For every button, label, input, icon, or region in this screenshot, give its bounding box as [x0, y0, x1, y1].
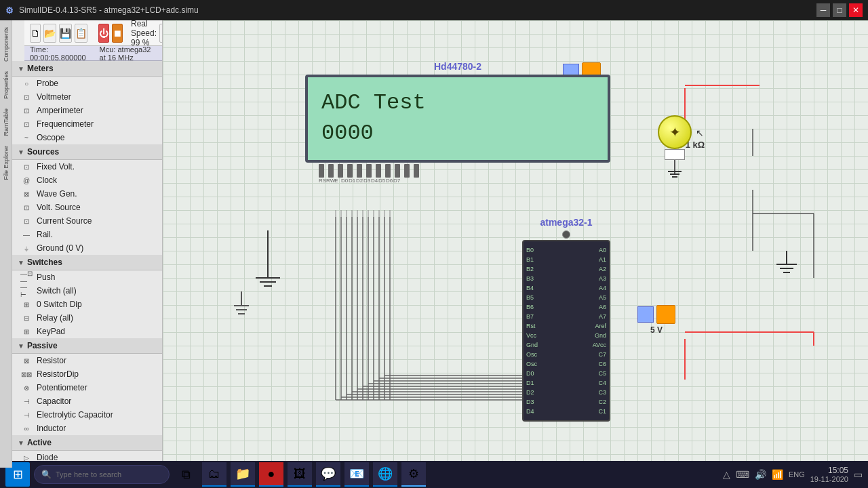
canvas-area[interactable]: 5 V Hd44780-2 ADC Test 0000 — [163, 20, 868, 461]
sidebar-item-ground[interactable]: ⏚ Ground (0 V) — [12, 241, 162, 255]
taskbar-app-red[interactable]: ● — [259, 462, 283, 487]
tab-components[interactable]: Components — [1, 23, 11, 66]
pot-group[interactable]: ✦ ↖ 1 kΩ — [576, 115, 773, 178]
resistor-dip-label: ResistorDip — [37, 369, 79, 379]
clock-date: 19-11-2020 — [810, 475, 848, 483]
speaker-icon[interactable]: 🔊 — [755, 469, 766, 480]
sidebar-item-keypad[interactable]: ⊞ KeyPad — [12, 325, 162, 338]
voltmeter-icon: ⊡ — [20, 92, 33, 102]
sidebar-item-oscope[interactable]: ~ Oscope — [12, 131, 162, 144]
inductor-icon: ∞ — [20, 424, 33, 433]
sidebar-item-current-source[interactable]: ⊡ Current Source — [12, 214, 162, 228]
lcd-pin-3 — [338, 164, 343, 178]
sidebar-item-rail[interactable]: — Rail. — [12, 228, 162, 241]
sidebar-item-push[interactable]: —⊡— Push — [12, 270, 162, 284]
sidebar-item-amperimeter[interactable]: ⊡ Amperimeter — [12, 104, 162, 117]
sidebar-item-electrolytic-cap[interactable]: ⊣ Electrolytic Capacitor — [12, 408, 162, 422]
sidebar-item-potentiometer[interactable]: ⊗ Potentiometer — [12, 381, 162, 394]
electrolytic-cap-icon: ⊣ — [20, 410, 33, 420]
switches-arrow: ▼ — [18, 259, 24, 266]
passive-arrow: ▼ — [18, 342, 24, 350]
taskbar-app-explorer[interactable]: 🗂 — [202, 462, 226, 487]
maximize-button[interactable]: □ — [833, 3, 846, 17]
sidebar-item-switch-all[interactable]: —⊢ Switch (all) — [12, 284, 162, 298]
lcd-pin-2 — [328, 164, 334, 178]
section-sources[interactable]: ▼ Sources — [12, 144, 162, 160]
potentiometer-symbol[interactable]: ✦ — [658, 115, 692, 149]
taskbar-app-task-view[interactable]: ⧉ — [174, 462, 198, 487]
sidebar-item-switch-dip[interactable]: ⊞ 0 Switch Dip — [12, 298, 162, 311]
new-button[interactable]: 🗋 — [30, 24, 41, 43]
sidebar-item-fixed-volt[interactable]: ⊡ Fixed Volt. — [12, 160, 162, 174]
search-input[interactable] — [56, 470, 162, 479]
sidebar-item-voltmeter[interactable]: ⊡ Voltmeter — [12, 90, 162, 104]
amperimeter-label: Amperimeter — [37, 106, 83, 115]
sidebar-item-resistor-dip[interactable]: ⊠⊠ ResistorDip — [12, 367, 162, 381]
lcd-pin-6 — [366, 164, 372, 178]
tab-ramtable[interactable]: RamTable — [1, 104, 11, 140]
sidebar-item-frequencimeter[interactable]: ⊡ Frequencimeter — [12, 117, 162, 131]
zoom-in-button[interactable]: 🔍 — [159, 24, 162, 43]
ground-label: Ground (0 V) — [37, 243, 83, 253]
taskbar-app-mail[interactable]: 📧 — [344, 462, 369, 487]
diode-label: Diode — [37, 453, 58, 461]
network-icon[interactable]: 📶 — [772, 469, 783, 480]
sources-arrow: ▼ — [18, 148, 24, 156]
resistor-label: Resistor — [37, 356, 66, 365]
keyboard-icon[interactable]: ⌨ — [736, 469, 749, 480]
section-passive[interactable]: ▼ Passive — [12, 338, 162, 354]
stop-button[interactable]: ⏹ — [112, 24, 123, 43]
show-desktop-icon[interactable]: ▭ — [854, 469, 863, 480]
oscope-icon: ~ — [20, 133, 33, 142]
sidebar-item-capacitor[interactable]: ⊣ Capacitor — [12, 394, 162, 408]
minimize-button[interactable]: ─ — [816, 3, 830, 17]
save-button[interactable]: 💾 — [59, 24, 72, 43]
power-button[interactable]: ⏻ — [98, 24, 109, 43]
toolbar: 🗋 📂 💾 📋 ⏻ ⏹ Real Speed: 99 % 🔍 ⛶ ⊞ ≡ — [24, 20, 162, 46]
sidebar: 🗋 📂 💾 📋 ⏻ ⏹ Real Speed: 99 % 🔍 ⛶ ⊞ ≡ Tim… — [0, 20, 163, 461]
taskbar-app-photos[interactable]: 🖼 — [288, 462, 312, 487]
close-button[interactable]: ✕ — [849, 3, 863, 17]
lcd-pin-5 — [357, 164, 362, 178]
open-button[interactable]: 📂 — [43, 24, 56, 43]
section-meters[interactable]: ▼ Meters — [12, 61, 162, 77]
sidebar-item-inductor[interactable]: ∞ Inductor — [12, 422, 162, 435]
lcd-display[interactable]: Hd44780-2 ADC Test 0000 RS — [305, 61, 610, 184]
time-status: Time: 00:00:05.800000 — [30, 45, 86, 62]
taskbar-app-files[interactable]: 📁 — [231, 462, 255, 487]
diode-icon: ▷ — [20, 453, 33, 461]
sidebar-item-diode[interactable]: ▷ Diode — [12, 451, 162, 461]
sidebar-item-clock[interactable]: @ Clock — [12, 174, 162, 187]
voltmeter-label: Voltmeter — [37, 92, 71, 102]
relay-all-label: Relay (all) — [37, 313, 73, 323]
lcd-pin-11 — [414, 164, 419, 178]
search-bar[interactable]: 🔍 — [34, 465, 170, 484]
sidebar-item-wave-gen[interactable]: ⊠ Wave Gen. — [12, 187, 162, 201]
tab-file-explorer[interactable]: File Explorer — [1, 142, 11, 184]
power-block-2[interactable]: 5 V — [637, 305, 675, 335]
atmega-chip[interactable]: atmega32-1 B0A0 B1A1 B2A2 B3A3 B4A4 B5A5… — [522, 217, 610, 422]
clock-display[interactable]: 15:05 19-11-2020 — [810, 466, 848, 483]
save-as-button[interactable]: 📋 — [75, 24, 87, 43]
volt-source-label: Volt. Source — [37, 203, 81, 212]
sidebar-item-probe[interactable]: ○ Probe — [12, 77, 162, 90]
tab-properties[interactable]: Properties — [1, 67, 11, 103]
fixed-volt-icon: ⊡ — [20, 162, 33, 171]
taskbar-right: △ ⌨ 🔊 📶 ENG 15:05 19-11-2020 ▭ — [723, 466, 863, 483]
fixed-volt-label: Fixed Volt. — [37, 162, 75, 171]
section-switches[interactable]: ▼ Switches — [12, 255, 162, 270]
lcd-pin-10 — [404, 164, 410, 178]
sidebar-item-volt-source[interactable]: ⊡ Volt. Source — [12, 201, 162, 214]
window-controls[interactable]: ─ □ ✕ — [816, 3, 863, 17]
taskbar-app-browser[interactable]: 🌐 — [373, 462, 397, 487]
sidebar-item-relay-all[interactable]: ⊟ Relay (all) — [12, 311, 162, 325]
power-orange-2 — [656, 305, 675, 324]
section-active[interactable]: ▼ Active — [12, 435, 162, 451]
sidebar-item-resistor[interactable]: ⊠ Resistor — [12, 354, 162, 367]
wave-gen-label: Wave Gen. — [37, 189, 77, 199]
taskbar-app-simulide[interactable]: ⚙ — [401, 462, 426, 487]
taskbar-app-chat[interactable]: 💬 — [316, 462, 340, 487]
frequencimeter-label: Frequencimeter — [37, 119, 94, 129]
notification-icon[interactable]: △ — [723, 469, 730, 480]
toolbar-right: 🔍 ⛶ ⊞ ≡ — [159, 24, 162, 43]
